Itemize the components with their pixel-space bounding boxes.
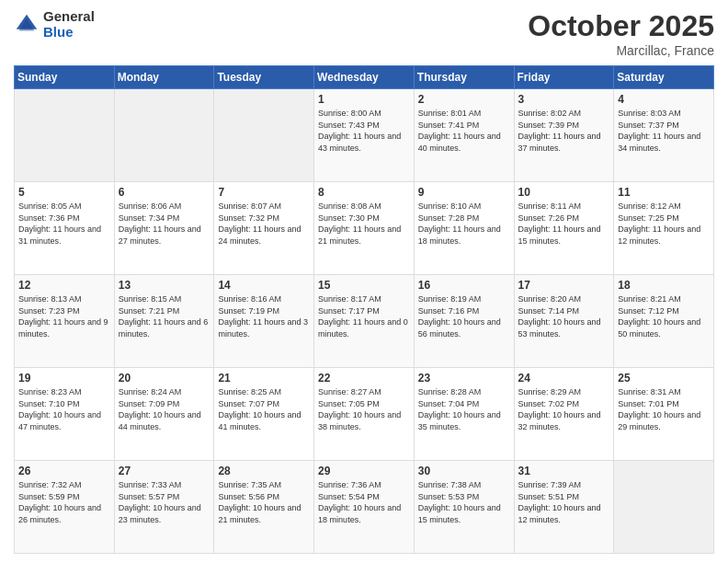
day-number: 4	[618, 93, 710, 106]
day-number: 1	[318, 93, 410, 106]
day-number: 8	[318, 186, 410, 199]
day-header-monday: Monday	[114, 66, 214, 89]
logo-text: General Blue	[43, 9, 95, 40]
calendar-body: 1Sunrise: 8:00 AM Sunset: 7:43 PM Daylig…	[15, 89, 714, 554]
day-info: Sunrise: 8:12 AM Sunset: 7:25 PM Dayligh…	[618, 201, 710, 247]
day-number: 14	[218, 279, 310, 292]
day-info: Sunrise: 8:20 AM Sunset: 7:14 PM Dayligh…	[518, 293, 610, 339]
day-info: Sunrise: 7:38 AM Sunset: 5:53 PM Dayligh…	[418, 479, 510, 525]
logo: General Blue	[14, 9, 95, 40]
day-header-tuesday: Tuesday	[214, 66, 314, 89]
day-info: Sunrise: 8:31 AM Sunset: 7:01 PM Dayligh…	[618, 386, 710, 432]
day-number: 10	[518, 186, 610, 199]
day-info: Sunrise: 7:35 AM Sunset: 5:56 PM Dayligh…	[218, 479, 310, 525]
day-cell: 17Sunrise: 8:20 AM Sunset: 7:14 PM Dayli…	[514, 275, 614, 368]
day-cell: 7Sunrise: 8:07 AM Sunset: 7:32 PM Daylig…	[214, 182, 314, 275]
day-info: Sunrise: 8:29 AM Sunset: 7:02 PM Dayligh…	[518, 386, 610, 432]
day-number: 5	[18, 186, 110, 199]
day-cell: 8Sunrise: 8:08 AM Sunset: 7:30 PM Daylig…	[314, 182, 415, 275]
day-info: Sunrise: 7:32 AM Sunset: 5:59 PM Dayligh…	[18, 479, 110, 525]
day-info: Sunrise: 7:39 AM Sunset: 5:51 PM Dayligh…	[518, 479, 610, 525]
day-header-saturday: Saturday	[614, 66, 714, 89]
day-number: 12	[18, 279, 110, 292]
calendar-table: SundayMondayTuesdayWednesdayThursdayFrid…	[14, 65, 714, 554]
day-info: Sunrise: 7:36 AM Sunset: 5:54 PM Dayligh…	[318, 479, 410, 525]
day-header-sunday: Sunday	[15, 66, 115, 89]
month-title: October 2025	[528, 9, 714, 43]
day-info: Sunrise: 8:23 AM Sunset: 7:10 PM Dayligh…	[18, 386, 110, 432]
day-header-thursday: Thursday	[414, 66, 514, 89]
day-cell: 9Sunrise: 8:10 AM Sunset: 7:28 PM Daylig…	[414, 182, 514, 275]
day-cell: 11Sunrise: 8:12 AM Sunset: 7:25 PM Dayli…	[614, 182, 714, 275]
day-cell: 6Sunrise: 8:06 AM Sunset: 7:34 PM Daylig…	[114, 182, 214, 275]
day-number: 16	[418, 279, 510, 292]
day-number: 27	[119, 465, 210, 477]
day-cell: 16Sunrise: 8:19 AM Sunset: 7:16 PM Dayli…	[414, 275, 514, 368]
day-cell: 12Sunrise: 8:13 AM Sunset: 7:23 PM Dayli…	[15, 275, 115, 368]
day-number: 30	[418, 465, 510, 477]
day-headers-row: SundayMondayTuesdayWednesdayThursdayFrid…	[15, 66, 714, 89]
day-number: 31	[518, 465, 610, 477]
day-number: 6	[119, 186, 210, 199]
day-info: Sunrise: 7:33 AM Sunset: 5:57 PM Dayligh…	[119, 479, 210, 525]
day-info: Sunrise: 8:10 AM Sunset: 7:28 PM Dayligh…	[418, 201, 510, 247]
day-info: Sunrise: 8:15 AM Sunset: 7:21 PM Dayligh…	[119, 293, 210, 339]
day-header-wednesday: Wednesday	[314, 66, 415, 89]
day-cell: 3Sunrise: 8:02 AM Sunset: 7:39 PM Daylig…	[514, 89, 614, 182]
day-cell: 10Sunrise: 8:11 AM Sunset: 7:26 PM Dayli…	[514, 182, 614, 275]
day-cell: 4Sunrise: 8:03 AM Sunset: 7:37 PM Daylig…	[614, 89, 714, 182]
logo-icon	[14, 12, 40, 38]
day-number: 26	[18, 465, 110, 477]
day-number: 28	[218, 465, 310, 477]
day-info: Sunrise: 8:05 AM Sunset: 7:36 PM Dayligh…	[18, 201, 110, 247]
day-number: 7	[218, 186, 310, 199]
day-cell: 28Sunrise: 7:35 AM Sunset: 5:56 PM Dayli…	[214, 461, 314, 554]
day-info: Sunrise: 8:21 AM Sunset: 7:12 PM Dayligh…	[618, 293, 710, 339]
day-cell	[614, 461, 714, 554]
day-number: 19	[18, 372, 110, 385]
day-info: Sunrise: 8:13 AM Sunset: 7:23 PM Dayligh…	[18, 293, 110, 339]
day-cell	[15, 89, 115, 182]
day-info: Sunrise: 8:08 AM Sunset: 7:30 PM Dayligh…	[318, 201, 410, 247]
day-info: Sunrise: 8:11 AM Sunset: 7:26 PM Dayligh…	[518, 201, 610, 247]
logo-general-text: General	[43, 9, 95, 25]
day-number: 9	[418, 186, 510, 199]
day-number: 21	[218, 372, 310, 385]
day-number: 15	[318, 279, 410, 292]
day-info: Sunrise: 8:06 AM Sunset: 7:34 PM Dayligh…	[119, 201, 210, 247]
day-info: Sunrise: 8:27 AM Sunset: 7:05 PM Dayligh…	[318, 386, 410, 432]
day-number: 2	[418, 93, 510, 106]
day-header-friday: Friday	[514, 66, 614, 89]
day-cell: 31Sunrise: 7:39 AM Sunset: 5:51 PM Dayli…	[514, 461, 614, 554]
day-cell: 21Sunrise: 8:25 AM Sunset: 7:07 PM Dayli…	[214, 368, 314, 461]
day-cell: 13Sunrise: 8:15 AM Sunset: 7:21 PM Dayli…	[114, 275, 214, 368]
day-info: Sunrise: 8:03 AM Sunset: 7:37 PM Dayligh…	[618, 108, 710, 154]
day-cell	[114, 89, 214, 182]
day-number: 23	[418, 372, 510, 385]
day-info: Sunrise: 8:24 AM Sunset: 7:09 PM Dayligh…	[119, 386, 210, 432]
title-block: October 2025 Marcillac, France	[528, 9, 714, 58]
day-info: Sunrise: 8:00 AM Sunset: 7:43 PM Dayligh…	[318, 108, 410, 154]
day-cell: 1Sunrise: 8:00 AM Sunset: 7:43 PM Daylig…	[314, 89, 415, 182]
day-cell: 18Sunrise: 8:21 AM Sunset: 7:12 PM Dayli…	[614, 275, 714, 368]
day-info: Sunrise: 8:01 AM Sunset: 7:41 PM Dayligh…	[418, 108, 510, 154]
day-number: 18	[618, 279, 710, 292]
week-row-3: 19Sunrise: 8:23 AM Sunset: 7:10 PM Dayli…	[15, 368, 714, 461]
week-row-1: 5Sunrise: 8:05 AM Sunset: 7:36 PM Daylig…	[15, 182, 714, 275]
day-number: 13	[119, 279, 210, 292]
day-cell: 15Sunrise: 8:17 AM Sunset: 7:17 PM Dayli…	[314, 275, 415, 368]
day-cell: 23Sunrise: 8:28 AM Sunset: 7:04 PM Dayli…	[414, 368, 514, 461]
day-number: 24	[518, 372, 610, 385]
day-number: 11	[618, 186, 710, 199]
day-cell	[214, 89, 314, 182]
day-cell: 25Sunrise: 8:31 AM Sunset: 7:01 PM Dayli…	[614, 368, 714, 461]
week-row-0: 1Sunrise: 8:00 AM Sunset: 7:43 PM Daylig…	[15, 89, 714, 182]
day-cell: 27Sunrise: 7:33 AM Sunset: 5:57 PM Dayli…	[114, 461, 214, 554]
day-cell: 5Sunrise: 8:05 AM Sunset: 7:36 PM Daylig…	[15, 182, 115, 275]
day-info: Sunrise: 8:19 AM Sunset: 7:16 PM Dayligh…	[418, 293, 510, 339]
calendar-header: SundayMondayTuesdayWednesdayThursdayFrid…	[15, 66, 714, 89]
header: General Blue October 2025 Marcillac, Fra…	[14, 9, 714, 58]
day-cell: 14Sunrise: 8:16 AM Sunset: 7:19 PM Dayli…	[214, 275, 314, 368]
day-cell: 2Sunrise: 8:01 AM Sunset: 7:41 PM Daylig…	[414, 89, 514, 182]
day-number: 25	[618, 372, 710, 385]
